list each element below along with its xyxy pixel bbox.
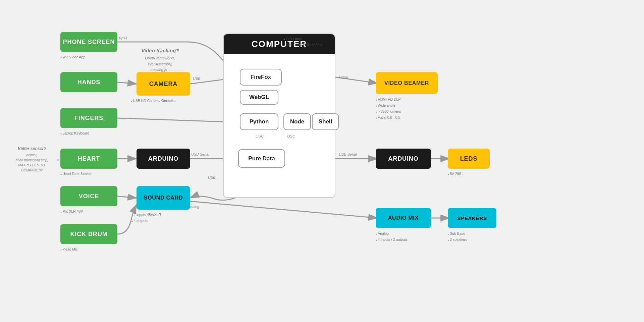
node-node: Node — [283, 113, 311, 130]
video-tracking-annotation: Video tracking? — [134, 47, 186, 55]
usb-camera-label: USB — [193, 76, 201, 80]
arduino-out-node: ARDUINO — [376, 149, 431, 169]
speakers-node: SPEAKERS — [448, 208, 496, 228]
arduino-out-label: ARDUINO — [388, 155, 418, 162]
heart-node: HEART — [60, 149, 117, 169]
speakers-sublabels: Sub Bass 2 speakers — [448, 231, 467, 243]
voice-node: VOICE — [60, 186, 117, 206]
phone-screen-sublabel: Wifi Video App — [60, 54, 85, 60]
usb-serial-out-label: USB Serial — [339, 152, 357, 156]
shell-node: Shell — [312, 113, 339, 130]
audio-mix-sublabels: Analog 4 inputs / 2 outputs — [376, 231, 408, 243]
hdmi-label: HDMI — [339, 75, 348, 79]
better-sensor-annotation: Better sensor? — [10, 145, 54, 152]
camera-label: CAMERA — [149, 80, 177, 88]
arduino-in-label: ARDUINO — [148, 155, 178, 162]
osc-node-label: OSC — [287, 134, 295, 138]
sound-card-sublabel: 2 inputs 48V/XLR 4 outputs — [131, 212, 161, 224]
better-sensor-sub: helmet,heart monitoring strip,MAXREFDES1… — [8, 153, 55, 173]
fingers-label: FINGERS — [74, 115, 103, 122]
video-beamer-label: VIDEO BEAMER — [384, 80, 429, 86]
kick-drum-node: KICK DRUM — [60, 224, 117, 244]
hands-label: HANDS — [77, 79, 101, 86]
heart-label: HEART — [78, 155, 100, 162]
video-beamer-sublabels: HDMI HD DLP Wide angle > 3500 lumens Foc… — [376, 97, 401, 120]
phone-screen-node: PHONE SCREEN — [60, 32, 117, 52]
speakers-label: SPEAKERS — [457, 215, 487, 221]
leds-label: LEDS — [460, 155, 478, 162]
sound-card-node: SOUND CARD — [137, 186, 190, 210]
audio-mix-label: AUDIO MIX — [388, 215, 419, 221]
usb-serial-in-label: USB Serial — [191, 152, 209, 156]
webgl-node: WebGL — [240, 90, 278, 105]
pure-data-node: Pure Data — [238, 149, 285, 168]
heart-sublabel: Heart Rate Sensor — [60, 171, 92, 177]
video-beamer-node: VIDEO BEAMER — [376, 72, 438, 94]
wifi-label: WIFI — [119, 36, 127, 40]
video-tracking-sub: OpenFrameworks,WebAssembly,tracking.js..… — [136, 55, 184, 73]
fingers-node: FINGERS — [60, 108, 117, 128]
voice-label: VOICE — [79, 193, 99, 200]
voice-sublabel: Mic XLR 48V — [60, 209, 83, 215]
analog-label: Analog — [188, 205, 199, 209]
phone-screen-label: PHONE SCREEN — [63, 39, 115, 46]
kick-drum-sublabel: Piezo Mic — [60, 247, 78, 253]
hands-node: HANDS — [60, 72, 117, 92]
svg-line-7 — [117, 196, 137, 198]
sound-card-label: SOUND CARD — [144, 195, 183, 201]
diagram: PHONE SCREEN Wifi Video App WIFI HANDS F… — [0, 0, 644, 322]
camera-sublabel: USB HD Camera Kuroseku — [131, 98, 175, 104]
fingers-sublabel: Laptop Keyboard — [60, 130, 89, 137]
arduino-in-node: ARDUINO — [137, 149, 190, 169]
usb-sound-label: USB — [208, 175, 216, 179]
computer-specs: O.S Linux Dell G3 i5 SSD NVidia — [283, 36, 322, 48]
firefox-node: FireFox — [240, 69, 282, 86]
osc-python-label: OSC — [256, 134, 264, 138]
kick-drum-label: KICK DRUM — [70, 231, 107, 238]
audio-mix-node: AUDIO MIX — [376, 208, 431, 228]
leds-sublabel: 5V 2801 — [448, 171, 463, 177]
svg-line-2 — [117, 82, 137, 84]
leds-node: LEDS — [448, 149, 490, 169]
camera-node: CAMERA — [137, 72, 190, 96]
python-node: Python — [240, 113, 278, 130]
svg-line-16 — [190, 201, 377, 218]
